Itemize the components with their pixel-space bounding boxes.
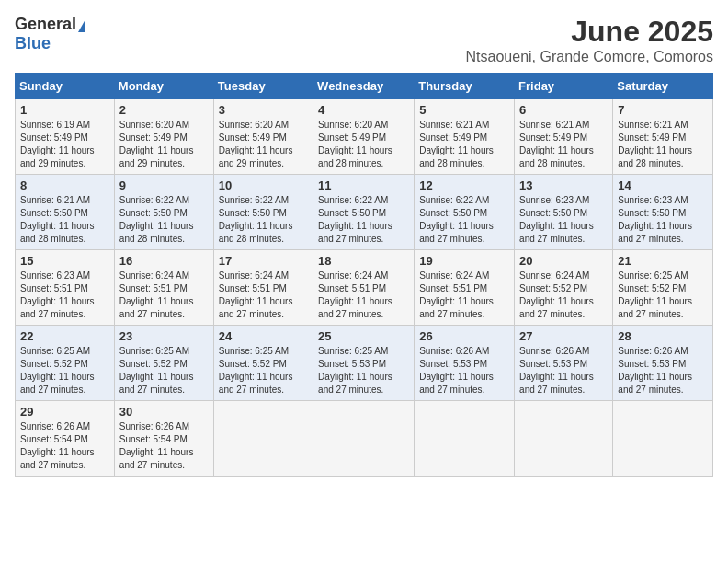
table-row: 6 Sunrise: 6:21 AM Sunset: 5:49 PM Dayli…	[515, 99, 613, 175]
logo-blue: Blue	[15, 34, 51, 53]
logo-triangle-icon	[78, 19, 85, 32]
col-sunday: Sunday	[16, 74, 115, 99]
table-row	[613, 401, 713, 477]
table-row: 11 Sunrise: 6:22 AM Sunset: 5:50 PM Dayl…	[313, 175, 415, 250]
day-info: Sunrise: 6:22 AM Sunset: 5:50 PM Dayligh…	[419, 194, 509, 246]
day-number: 11	[318, 178, 409, 192]
day-number: 6	[519, 103, 608, 117]
table-row: 8 Sunrise: 6:21 AM Sunset: 5:50 PM Dayli…	[16, 175, 115, 250]
day-info: Sunrise: 6:26 AM Sunset: 5:53 PM Dayligh…	[618, 345, 708, 396]
calendar-header-row: Sunday Monday Tuesday Wednesday Thursday…	[16, 74, 713, 99]
day-number: 1	[20, 103, 109, 117]
logo-text: General	[15, 15, 85, 34]
table-row: 9 Sunrise: 6:22 AM Sunset: 5:50 PM Dayli…	[114, 175, 213, 250]
table-row: 4 Sunrise: 6:20 AM Sunset: 5:49 PM Dayli…	[313, 99, 415, 175]
day-info: Sunrise: 6:19 AM Sunset: 5:49 PM Dayligh…	[20, 119, 109, 170]
table-row	[313, 401, 415, 477]
table-row: 28 Sunrise: 6:26 AM Sunset: 5:53 PM Dayl…	[613, 326, 713, 401]
day-info: Sunrise: 6:25 AM Sunset: 5:53 PM Dayligh…	[318, 345, 409, 396]
day-number: 26	[419, 329, 509, 343]
logo: General Blue	[15, 15, 85, 53]
day-info: Sunrise: 6:20 AM Sunset: 5:49 PM Dayligh…	[219, 119, 308, 170]
day-info: Sunrise: 6:23 AM Sunset: 5:50 PM Dayligh…	[618, 194, 708, 246]
col-saturday: Saturday	[613, 74, 713, 99]
day-number: 10	[219, 178, 308, 192]
day-info: Sunrise: 6:24 AM Sunset: 5:51 PM Dayligh…	[119, 270, 209, 321]
day-number: 20	[519, 254, 608, 268]
day-number: 30	[119, 405, 209, 419]
day-info: Sunrise: 6:24 AM Sunset: 5:51 PM Dayligh…	[219, 270, 308, 321]
day-info: Sunrise: 6:26 AM Sunset: 5:54 PM Dayligh…	[119, 420, 209, 472]
table-row: 5 Sunrise: 6:21 AM Sunset: 5:49 PM Dayli…	[415, 99, 515, 175]
table-row	[415, 401, 515, 477]
day-number: 29	[20, 405, 109, 419]
day-info: Sunrise: 6:23 AM Sunset: 5:50 PM Dayligh…	[519, 194, 608, 246]
col-monday: Monday	[114, 74, 213, 99]
table-row: 16 Sunrise: 6:24 AM Sunset: 5:51 PM Dayl…	[114, 250, 213, 326]
day-number: 23	[119, 329, 209, 343]
day-info: Sunrise: 6:26 AM Sunset: 5:54 PM Dayligh…	[20, 420, 109, 472]
day-number: 5	[419, 103, 509, 117]
table-row: 24 Sunrise: 6:25 AM Sunset: 5:52 PM Dayl…	[213, 326, 313, 401]
col-tuesday: Tuesday	[213, 74, 313, 99]
day-number: 15	[20, 254, 109, 268]
table-row: 14 Sunrise: 6:23 AM Sunset: 5:50 PM Dayl…	[613, 175, 713, 250]
table-row: 10 Sunrise: 6:22 AM Sunset: 5:50 PM Dayl…	[213, 175, 313, 250]
day-number: 2	[119, 103, 209, 117]
day-info: Sunrise: 6:22 AM Sunset: 5:50 PM Dayligh…	[318, 194, 409, 246]
day-info: Sunrise: 6:26 AM Sunset: 5:53 PM Dayligh…	[519, 345, 608, 396]
table-row: 22 Sunrise: 6:25 AM Sunset: 5:52 PM Dayl…	[16, 326, 115, 401]
day-number: 9	[119, 178, 209, 192]
day-number: 22	[20, 329, 109, 343]
day-number: 27	[519, 329, 608, 343]
calendar-week-row: 8 Sunrise: 6:21 AM Sunset: 5:50 PM Dayli…	[16, 175, 713, 250]
day-number: 19	[419, 254, 509, 268]
day-info: Sunrise: 6:25 AM Sunset: 5:52 PM Dayligh…	[219, 345, 308, 396]
table-row	[213, 401, 313, 477]
day-number: 17	[219, 254, 308, 268]
day-number: 7	[618, 103, 708, 117]
day-info: Sunrise: 6:26 AM Sunset: 5:53 PM Dayligh…	[419, 345, 509, 396]
table-row: 17 Sunrise: 6:24 AM Sunset: 5:51 PM Dayl…	[213, 250, 313, 326]
table-row	[515, 401, 613, 477]
day-info: Sunrise: 6:25 AM Sunset: 5:52 PM Dayligh…	[20, 345, 109, 396]
calendar-week-row: 15 Sunrise: 6:23 AM Sunset: 5:51 PM Dayl…	[16, 250, 713, 326]
table-row: 19 Sunrise: 6:24 AM Sunset: 5:51 PM Dayl…	[415, 250, 515, 326]
col-wednesday: Wednesday	[313, 74, 415, 99]
calendar-week-row: 22 Sunrise: 6:25 AM Sunset: 5:52 PM Dayl…	[16, 326, 713, 401]
day-number: 24	[219, 329, 308, 343]
calendar-week-row: 1 Sunrise: 6:19 AM Sunset: 5:49 PM Dayli…	[16, 99, 713, 175]
table-row: 12 Sunrise: 6:22 AM Sunset: 5:50 PM Dayl…	[415, 175, 515, 250]
table-row: 21 Sunrise: 6:25 AM Sunset: 5:52 PM Dayl…	[613, 250, 713, 326]
day-number: 8	[20, 178, 109, 192]
day-info: Sunrise: 6:25 AM Sunset: 5:52 PM Dayligh…	[119, 345, 209, 396]
calendar-table: Sunday Monday Tuesday Wednesday Thursday…	[15, 73, 713, 477]
day-number: 4	[318, 103, 409, 117]
day-number: 3	[219, 103, 308, 117]
day-info: Sunrise: 6:21 AM Sunset: 5:49 PM Dayligh…	[419, 119, 509, 170]
table-row: 29 Sunrise: 6:26 AM Sunset: 5:54 PM Dayl…	[16, 401, 115, 477]
day-info: Sunrise: 6:21 AM Sunset: 5:49 PM Dayligh…	[618, 119, 708, 170]
table-row: 27 Sunrise: 6:26 AM Sunset: 5:53 PM Dayl…	[515, 326, 613, 401]
day-info: Sunrise: 6:22 AM Sunset: 5:50 PM Dayligh…	[119, 194, 209, 246]
day-info: Sunrise: 6:22 AM Sunset: 5:50 PM Dayligh…	[219, 194, 308, 246]
day-info: Sunrise: 6:20 AM Sunset: 5:49 PM Dayligh…	[318, 119, 409, 170]
day-info: Sunrise: 6:21 AM Sunset: 5:50 PM Dayligh…	[20, 194, 109, 246]
day-number: 21	[618, 254, 708, 268]
col-friday: Friday	[515, 74, 613, 99]
table-row: 3 Sunrise: 6:20 AM Sunset: 5:49 PM Dayli…	[213, 99, 313, 175]
day-number: 28	[618, 329, 708, 343]
day-number: 25	[318, 329, 409, 343]
table-row: 2 Sunrise: 6:20 AM Sunset: 5:49 PM Dayli…	[114, 99, 213, 175]
table-row: 18 Sunrise: 6:24 AM Sunset: 5:51 PM Dayl…	[313, 250, 415, 326]
day-number: 14	[618, 178, 708, 192]
day-info: Sunrise: 6:24 AM Sunset: 5:52 PM Dayligh…	[519, 270, 608, 321]
day-number: 18	[318, 254, 409, 268]
table-row: 7 Sunrise: 6:21 AM Sunset: 5:49 PM Dayli…	[613, 99, 713, 175]
day-number: 13	[519, 178, 608, 192]
day-info: Sunrise: 6:23 AM Sunset: 5:51 PM Dayligh…	[20, 270, 109, 321]
calendar-week-row: 29 Sunrise: 6:26 AM Sunset: 5:54 PM Dayl…	[16, 401, 713, 477]
table-row: 20 Sunrise: 6:24 AM Sunset: 5:52 PM Dayl…	[515, 250, 613, 326]
table-row: 26 Sunrise: 6:26 AM Sunset: 5:53 PM Dayl…	[415, 326, 515, 401]
day-info: Sunrise: 6:24 AM Sunset: 5:51 PM Dayligh…	[419, 270, 509, 321]
